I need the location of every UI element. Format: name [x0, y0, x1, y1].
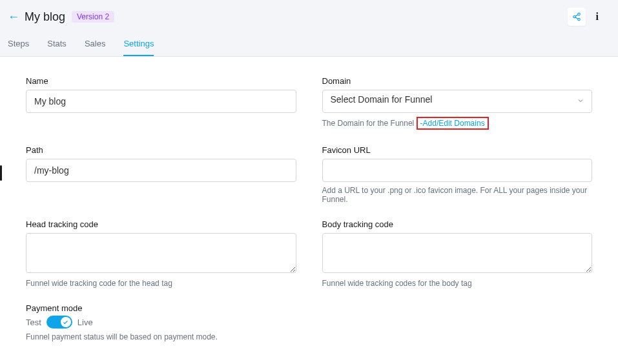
payment-mode-group: Payment mode Test Live Funnel payment st… — [26, 303, 296, 341]
svg-line-4 — [575, 17, 578, 19]
domain-label: Domain — [322, 76, 593, 86]
body-tracking-label: Body tracking code — [322, 219, 593, 229]
payment-mode-toggle[interactable] — [46, 316, 72, 329]
domain-help-prefix: The Domain for the Funnel — [322, 119, 415, 128]
tab-stats[interactable]: Stats — [47, 35, 67, 56]
version-badge: Version 2 — [72, 11, 114, 23]
favicon-label: Favicon URL — [322, 145, 593, 155]
page-title: My blog — [25, 10, 65, 24]
toggle-knob — [61, 317, 71, 327]
favicon-field-group: Favicon URL Add a URL to your .png or .i… — [322, 145, 593, 204]
domain-field-group: Domain Select Domain for Funnel The Doma… — [322, 76, 593, 130]
path-field-group: Path — [26, 145, 296, 204]
body-tracking-group: Body tracking code Funnel wide tracking … — [322, 219, 593, 288]
info-icon[interactable]: i — [596, 11, 599, 23]
svg-point-2 — [577, 18, 580, 21]
name-input[interactable] — [26, 90, 296, 113]
left-accent-marker — [0, 165, 2, 181]
svg-line-3 — [575, 15, 578, 16]
payment-test-label: Test — [26, 318, 41, 327]
head-tracking-textarea[interactable] — [26, 233, 296, 273]
name-label: Name — [26, 76, 296, 86]
name-field-group: Name — [26, 76, 296, 130]
tab-sales[interactable]: Sales — [85, 35, 106, 56]
check-icon — [63, 319, 68, 325]
head-tracking-label: Head tracking code — [26, 219, 296, 229]
payment-mode-label: Payment mode — [26, 303, 296, 313]
body-tracking-help: Funnel wide tracking codes for the body … — [322, 279, 593, 288]
add-edit-domains-link[interactable]: -Add/Edit Domains — [420, 119, 485, 128]
back-arrow-icon[interactable]: ← — [8, 11, 19, 23]
svg-point-0 — [577, 13, 580, 15]
body-tracking-textarea[interactable] — [322, 233, 593, 273]
tab-steps[interactable]: Steps — [8, 35, 29, 56]
share-icon — [572, 12, 581, 21]
path-label: Path — [26, 145, 296, 155]
domain-select[interactable]: Select Domain for Funnel — [322, 90, 593, 113]
share-button[interactable] — [568, 8, 586, 26]
head-tracking-group: Head tracking code Funnel wide tracking … — [26, 219, 296, 288]
path-input[interactable] — [26, 159, 296, 182]
domain-help: The Domain for the Funnel -Add/Edit Doma… — [322, 117, 593, 130]
favicon-input[interactable] — [322, 159, 593, 182]
tab-settings[interactable]: Settings — [123, 35, 154, 56]
head-tracking-help: Funnel wide tracking code for the head t… — [26, 279, 296, 288]
svg-point-1 — [573, 15, 575, 18]
payment-mode-help: Funnel payment status will be based on p… — [26, 332, 296, 341]
domain-link-highlight: -Add/Edit Domains — [417, 117, 489, 130]
favicon-help: Add a URL to your .png or .ico favicon i… — [322, 186, 593, 204]
payment-live-label: Live — [77, 318, 93, 327]
